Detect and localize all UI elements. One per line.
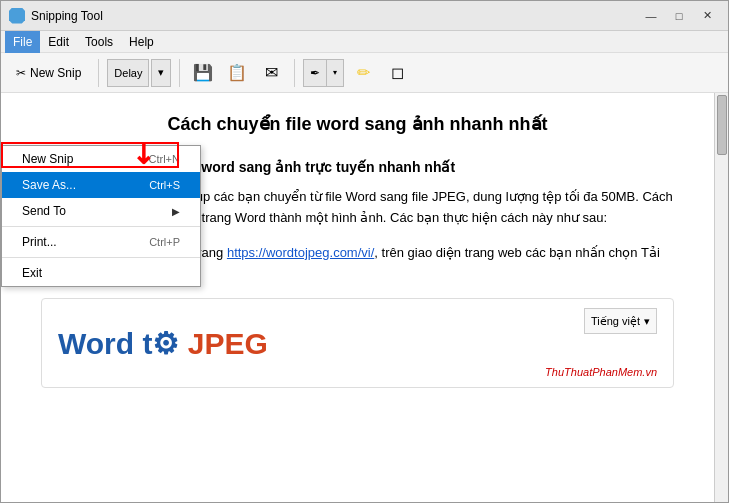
menu-file[interactable]: File xyxy=(5,31,40,53)
page-title: Cách chuyển file word sang ảnh nhanh nhấ… xyxy=(41,113,674,135)
dropdown-send-to[interactable]: Send To ▶ xyxy=(2,198,200,224)
dropdown-separator xyxy=(2,226,200,227)
exit-label: Exit xyxy=(22,266,42,280)
new-snip-icon: ✂ xyxy=(16,66,26,80)
new-snip-shortcut: Ctrl+N xyxy=(149,153,180,165)
maximize-button[interactable]: □ xyxy=(666,6,692,26)
scrollbar-thumb[interactable] xyxy=(717,95,727,155)
window-title: Snipping Tool xyxy=(31,9,638,23)
send-to-arrow-icon: ▶ xyxy=(172,206,180,217)
toolbar-separator-3 xyxy=(294,59,295,87)
highlight-icon: ✏ xyxy=(357,63,370,82)
dropdown-print[interactable]: Print... Ctrl+P xyxy=(2,229,200,255)
pen-group: ✒ ▾ xyxy=(303,59,344,87)
dropdown-save-as[interactable]: Save As... Ctrl+S xyxy=(2,172,200,198)
dropdown-separator-2 xyxy=(2,257,200,258)
file-dropdown-menu: New Snip Ctrl+N Save As... Ctrl+S Send T… xyxy=(1,145,201,287)
dropdown-exit[interactable]: Exit xyxy=(2,260,200,286)
print-label: Print... xyxy=(22,235,57,249)
delay-dropdown[interactable]: ▾ xyxy=(151,59,171,87)
vertical-scrollbar[interactable] xyxy=(714,93,728,502)
save-button[interactable]: 💾 xyxy=(188,59,218,87)
toolbar-separator-1 xyxy=(98,59,99,87)
watermark: ThuThuatPhanMem.vn xyxy=(545,366,657,378)
save-as-label: Save As... xyxy=(22,178,76,192)
send-button[interactable]: ✉ xyxy=(256,59,286,87)
menu-tools[interactable]: Tools xyxy=(77,31,121,53)
pen-icon: ✒ xyxy=(310,66,320,80)
print-shortcut: Ctrl+P xyxy=(149,236,180,248)
send-to-label: Send To xyxy=(22,204,66,218)
pen-dropdown[interactable]: ▾ xyxy=(327,59,343,87)
language-dropdown-icon: ▾ xyxy=(644,315,650,328)
pen-button[interactable]: ✒ xyxy=(304,59,327,87)
eraser-icon: ◻ xyxy=(391,63,404,82)
close-button[interactable]: ✕ xyxy=(694,6,720,26)
highlight-button[interactable]: ✏ xyxy=(348,59,378,87)
window-controls: — □ ✕ xyxy=(638,6,720,26)
word-to-jpeg-link[interactable]: https://wordtojpeg.com/vi/ xyxy=(227,245,374,260)
menu-bar: File Edit Tools Help xyxy=(1,31,728,53)
banner-right: Tiếng việt ▾ ThuThuatPhanMem.vn xyxy=(545,308,657,378)
toolbar: ✂ New Snip Delay ▾ 💾 📋 ✉ ✒ ▾ ✏ ◻ xyxy=(1,53,728,93)
toolbar-separator-2 xyxy=(179,59,180,87)
menu-help[interactable]: Help xyxy=(121,31,162,53)
minimize-button[interactable]: — xyxy=(638,6,664,26)
title-bar: Snipping Tool — □ ✕ xyxy=(1,1,728,31)
content-area: New Snip Ctrl+N Save As... Ctrl+S Send T… xyxy=(1,93,728,502)
dropdown-new-snip[interactable]: New Snip Ctrl+N xyxy=(2,146,200,172)
delay-group: Delay ▾ xyxy=(107,59,171,87)
word-jpeg-banner: Word t⚙ JPEG Tiếng việt ▾ ThuThuatPhanMe… xyxy=(41,298,674,388)
save-as-shortcut: Ctrl+S xyxy=(149,179,180,191)
eraser-button[interactable]: ◻ xyxy=(382,59,412,87)
new-snip-button[interactable]: ✂ New Snip xyxy=(7,57,90,89)
copy-button[interactable]: 📋 xyxy=(222,59,252,87)
menu-edit[interactable]: Edit xyxy=(40,31,77,53)
banner-logo: Word t⚙ JPEG xyxy=(58,326,268,361)
app-window: Snipping Tool — □ ✕ File Edit Tools Help… xyxy=(0,0,729,503)
language-label: Tiếng việt xyxy=(591,315,640,328)
new-snip-label: New Snip xyxy=(22,152,73,166)
delay-button[interactable]: Delay xyxy=(107,59,149,87)
app-icon xyxy=(9,8,25,24)
language-selector[interactable]: Tiếng việt ▾ xyxy=(584,308,657,334)
